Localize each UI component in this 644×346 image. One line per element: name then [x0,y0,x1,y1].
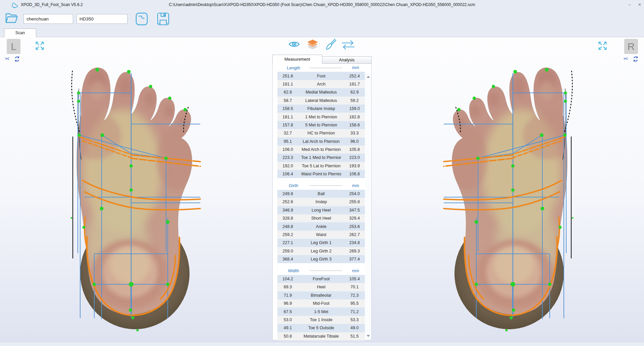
save-button[interactable] [157,12,169,26]
measure-row[interactable]: 248.8Ankle253.6 [277,222,365,230]
scroll-down-button[interactable] [367,335,370,337]
eye-icon[interactable] [288,40,300,49]
measure-row[interactable]: 106.0Med Arch to Pternion105.8 [277,146,365,154]
measure-value-left: 96.9 [277,301,298,306]
measure-value-left: 32.7 [277,131,298,135]
tab-measurement[interactable]: Measurement [272,55,322,64]
floppy-disk-icon [157,12,169,25]
horizontal-scrollbar-track[interactable] [0,342,644,346]
measure-label: Toe 5 Outside [298,326,344,330]
measure-value-left: 49.1 [277,326,298,330]
minimize-button[interactable]: – [625,0,634,9]
swap-arrows-icon[interactable] [341,40,355,51]
measure-row[interactable]: 58.7Lateral Malleolus59.2 [277,97,365,105]
section-header: Girthmm [277,181,365,189]
panel-scrollbar[interactable] [365,73,371,340]
measure-value-left: 259.0 [277,249,298,253]
measure-row[interactable]: 71.9Bimalleolar72.3 [277,291,365,299]
section-unit: mm [346,269,365,273]
measure-row[interactable]: 95.1Lat Arch to Pternion96.0 [277,137,365,146]
panel-tabs: Measurement Analysis [272,55,372,64]
measure-value-left: 248.8 [277,224,298,229]
patient-name-input[interactable] [23,14,73,24]
measure-row[interactable]: 259.2Waist262.7 [277,231,365,239]
measure-row[interactable]: 181.11 Met to Pternion182.8 [277,113,365,121]
measure-value-right: 234.8 [344,240,365,245]
left-foot-button[interactable]: L [7,39,20,54]
right-scissors-icon[interactable]: ✂ [623,55,628,62]
measure-value-right: 329.4 [344,216,365,221]
panel-body: Lengthmm251.6Foot252.4181.1Arch181.762.8… [272,64,372,340]
section-title: Width [277,268,310,273]
measure-row[interactable]: 158.5Fibulare Instep159.0 [277,105,365,113]
measure-value-right: 33.3 [344,131,365,135]
measure-value-left: 158.5 [277,106,298,111]
left-expand-icon[interactable] [35,41,45,52]
measure-label: 5 Met to Pternion [298,123,344,127]
measure-value-left: 259.2 [277,232,298,237]
section-title: Length [277,65,310,70]
measure-row[interactable]: 223.3Toe 1 Med to Pternior223.0 [277,154,365,162]
measure-row[interactable]: 251.6Foot252.4 [277,72,365,80]
measure-value-right: 182.8 [344,115,365,119]
scan-last-button[interactable] [135,12,148,26]
measure-value-left: 95.1 [277,139,298,144]
measure-label: Fibulare Instep [298,106,344,111]
measure-label: Toe 1 Inside [298,318,344,322]
measure-label: Leg Girth 2 [298,249,344,253]
measure-row[interactable]: 249.8Ball254.0 [277,190,365,198]
measure-row[interactable]: 252.6Instep255.8 [277,198,365,206]
measure-row[interactable]: 106.4Waist Point to Pternio106.8 [277,170,365,178]
open-folder-button[interactable] [5,12,18,25]
measure-value-right: 159.0 [344,106,365,111]
measure-value-left: 368.4 [277,257,298,262]
measure-row[interactable]: 69.3Heel70.1 [277,283,365,291]
scroll-up-button[interactable] [367,76,370,78]
measure-row[interactable]: 157.85 Met to Pternion158.6 [277,121,365,129]
measure-row[interactable]: 32.7HC to Pternion33.3 [277,129,365,137]
close-button[interactable]: ✕ [635,0,644,9]
measure-value-right: 193.9 [344,164,365,168]
measure-label: Ball [298,191,344,196]
left-refresh-icon[interactable] [14,56,20,63]
measure-value-left: 223.3 [277,155,298,160]
measure-row[interactable]: 328.8Short Heel329.4 [277,214,365,222]
measure-label: HC to Pternion [298,131,344,135]
section-unit: mm [346,65,365,70]
right-foot-3d-viewport[interactable] [373,37,644,341]
measure-row[interactable]: 96.9Mid-Foot95.5 [277,299,365,307]
measure-row[interactable]: 181.1Arch181.7 [277,80,365,88]
brush-icon[interactable] [325,39,337,52]
tab-analysis[interactable]: Analysis [322,56,372,64]
measure-value-right: 96.0 [344,139,365,144]
layers-icon[interactable] [307,39,319,51]
measure-row[interactable]: 67.51-5 Met71.2 [277,307,365,315]
left-foot-3d-viewport[interactable] [0,37,271,341]
measure-row[interactable]: 104.2ForeFoot105.4 [277,275,365,283]
tab-scan[interactable]: Scan [4,28,36,37]
right-foot-scan-render [433,57,580,345]
measure-row[interactable]: 49.1Toe 5 Outside49.0 [277,324,365,332]
measure-label: Leg Girth 3 [298,257,344,262]
measure-label: Medial Malleolus [298,90,344,95]
measure-row[interactable]: 53.0Toe 1 Inside53.3 [277,316,365,324]
measure-row[interactable]: 259.0Leg Girth 2269.3 [277,247,365,255]
right-expand-icon[interactable] [598,41,607,52]
measure-row[interactable]: 368.4Leg Girth 3377.4 [277,255,365,263]
measure-row[interactable]: 62.8Medial Malleolus62.9 [277,88,365,96]
measure-row[interactable]: 346.9Long Heel347.5 [277,206,365,214]
tab-measurement-label: Measurement [284,57,310,62]
measure-label: Leg Girth 1 [298,240,344,245]
right-refresh-icon[interactable] [633,56,639,63]
measure-value-left: 50.8 [277,334,298,339]
left-scissors-icon[interactable]: ✂ [5,55,9,62]
measure-label: Mid-Foot [298,301,344,306]
measure-row[interactable]: 50.8Metatarsale Tibiale51.5 [277,332,365,340]
measure-row[interactable]: 227.1Leg Girth 1234.8 [277,239,365,247]
measure-value-right: 71.2 [344,309,365,314]
measure-value-right: 59.2 [344,98,365,103]
right-foot-button[interactable]: R [624,39,638,54]
measure-row[interactable]: 192.0Toe 5 Lat to Pternion193.9 [277,162,365,170]
measure-value-right: 347.5 [344,208,365,213]
device-model-input[interactable] [76,14,127,24]
